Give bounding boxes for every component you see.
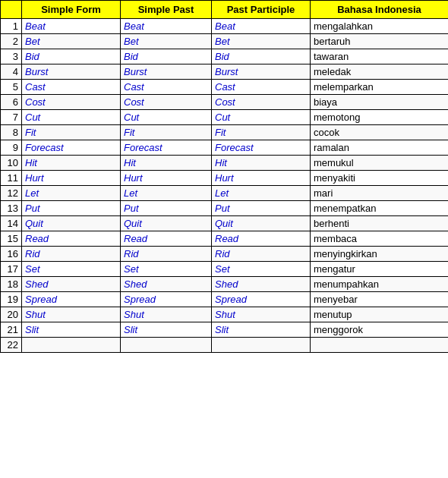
word-simple: Spread bbox=[22, 292, 121, 307]
table-row: 2BetBetBetbertaruh bbox=[1, 34, 449, 49]
row-number: 6 bbox=[1, 95, 22, 110]
table-row: 1BeatBeatBeatmengalahkan bbox=[1, 19, 449, 34]
word-simple: Quit bbox=[22, 216, 121, 231]
row-number: 12 bbox=[1, 186, 22, 201]
row-number: 21 bbox=[1, 322, 22, 338]
word-participle: Spread bbox=[212, 292, 311, 307]
row-number: 5 bbox=[1, 80, 22, 95]
word-participle: Forecast bbox=[212, 140, 311, 156]
word-participle: Slit bbox=[212, 322, 311, 338]
word-simple: Let bbox=[22, 186, 121, 201]
table-row: 9ForecastForecastForecastramalan bbox=[1, 140, 449, 156]
table-row: 21SlitSlitSlitmenggorok bbox=[1, 322, 449, 338]
word-participle: Shed bbox=[212, 277, 311, 292]
table-row: 16RidRidRidmenyingkirkan bbox=[1, 247, 449, 262]
row-number: 20 bbox=[1, 307, 22, 322]
meaning: cocok bbox=[311, 125, 449, 140]
word-past: Shed bbox=[121, 277, 212, 292]
meaning: menyakiti bbox=[311, 171, 449, 186]
row-number: 2 bbox=[1, 34, 22, 49]
table-row: 18ShedShedShedmenumpahkan bbox=[1, 277, 449, 292]
header-num bbox=[1, 1, 22, 19]
table-row: 10HitHitHitmemukul bbox=[1, 156, 449, 171]
table-row: 11HurtHurtHurtmenyakiti bbox=[1, 171, 449, 186]
word-participle: Read bbox=[212, 231, 311, 247]
row-number: 3 bbox=[1, 49, 22, 64]
word-participle: Cost bbox=[212, 95, 311, 110]
word-simple: Fit bbox=[22, 125, 121, 140]
meaning: biaya bbox=[311, 95, 449, 110]
row-number: 15 bbox=[1, 231, 22, 247]
row-number: 22 bbox=[1, 338, 22, 353]
row-number: 13 bbox=[1, 201, 22, 216]
meaning: ramalan bbox=[311, 140, 449, 156]
word-past bbox=[121, 338, 212, 353]
row-number: 17 bbox=[1, 262, 22, 277]
word-past: Read bbox=[121, 231, 212, 247]
meaning: menyebar bbox=[311, 292, 449, 307]
word-participle bbox=[212, 338, 311, 353]
word-simple: Set bbox=[22, 262, 121, 277]
word-simple bbox=[22, 338, 121, 353]
word-past: Beat bbox=[121, 19, 212, 34]
word-simple: Burst bbox=[22, 64, 121, 80]
row-number: 18 bbox=[1, 277, 22, 292]
meaning: meledak bbox=[311, 64, 449, 80]
meaning: menutup bbox=[311, 307, 449, 322]
meaning: memukul bbox=[311, 156, 449, 171]
word-simple: Cost bbox=[22, 95, 121, 110]
main-container: Simple Form Simple Past Past Participle … bbox=[0, 0, 448, 353]
meaning: memotong bbox=[311, 110, 449, 125]
row-number: 14 bbox=[1, 216, 22, 231]
row-number: 9 bbox=[1, 140, 22, 156]
word-simple: Put bbox=[22, 201, 121, 216]
meaning: mengatur bbox=[311, 262, 449, 277]
word-past: Slit bbox=[121, 322, 212, 338]
word-participle: Quit bbox=[212, 216, 311, 231]
meaning: menempatkan bbox=[311, 201, 449, 216]
word-past: Spread bbox=[121, 292, 212, 307]
table-row: 13PutPutPutmenempatkan bbox=[1, 201, 449, 216]
meaning: tawaran bbox=[311, 49, 449, 64]
row-number: 19 bbox=[1, 292, 22, 307]
word-simple: Slit bbox=[22, 322, 121, 338]
meaning: menyingkirkan bbox=[311, 247, 449, 262]
header-simple-past: Simple Past bbox=[121, 1, 212, 19]
word-simple: Hit bbox=[22, 156, 121, 171]
verb-table: Simple Form Simple Past Past Participle … bbox=[0, 0, 448, 353]
meaning: menggorok bbox=[311, 322, 449, 338]
word-participle: Fit bbox=[212, 125, 311, 140]
table-row: 5CastCastCastmelemparkan bbox=[1, 80, 449, 95]
table-row: 22 bbox=[1, 338, 449, 353]
word-simple: Shed bbox=[22, 277, 121, 292]
word-simple: Hurt bbox=[22, 171, 121, 186]
table-row: 19SpreadSpreadSpreadmenyebar bbox=[1, 292, 449, 307]
header-past-participle: Past Participle bbox=[212, 1, 311, 19]
table-row: 4BurstBurstBurstmeledak bbox=[1, 64, 449, 80]
word-participle: Hit bbox=[212, 156, 311, 171]
word-past: Bid bbox=[121, 49, 212, 64]
row-number: 4 bbox=[1, 64, 22, 80]
word-past: Hit bbox=[121, 156, 212, 171]
table-row: 14QuitQuitQuitberhenti bbox=[1, 216, 449, 231]
meaning: melemparkan bbox=[311, 80, 449, 95]
word-past: Fit bbox=[121, 125, 212, 140]
table-row: 6CostCostCostbiaya bbox=[1, 95, 449, 110]
word-participle: Cast bbox=[212, 80, 311, 95]
meaning: membaca bbox=[311, 231, 449, 247]
row-number: 1 bbox=[1, 19, 22, 34]
row-number: 11 bbox=[1, 171, 22, 186]
word-participle: Put bbox=[212, 201, 311, 216]
word-past: Bet bbox=[121, 34, 212, 49]
word-simple: Rid bbox=[22, 247, 121, 262]
row-number: 10 bbox=[1, 156, 22, 171]
word-simple: Beat bbox=[22, 19, 121, 34]
word-participle: Beat bbox=[212, 19, 311, 34]
header-bahasa: Bahasa Indonesia bbox=[311, 1, 449, 19]
word-past: Cut bbox=[121, 110, 212, 125]
word-participle: Bid bbox=[212, 49, 311, 64]
word-past: Cast bbox=[121, 80, 212, 95]
word-participle: Bet bbox=[212, 34, 311, 49]
word-simple: Shut bbox=[22, 307, 121, 322]
table-row: 20ShutShutShutmenutup bbox=[1, 307, 449, 322]
